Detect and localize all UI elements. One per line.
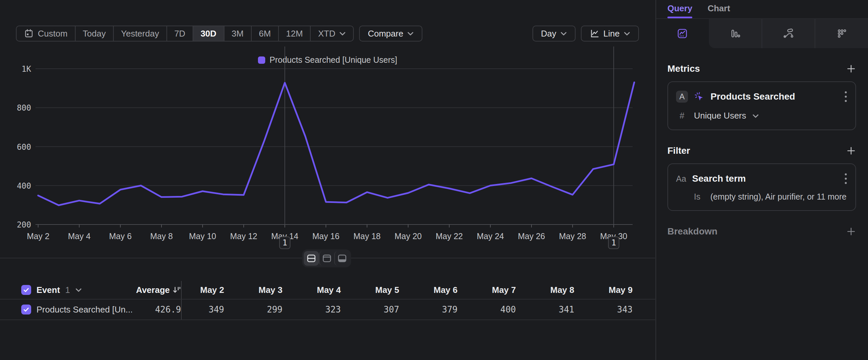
svg-text:May 2: May 2 bbox=[27, 231, 50, 241]
line-chart-icon bbox=[589, 29, 599, 38]
report-main-area: CustomTodayYesterday7D30D3M6M12MXTD Comp… bbox=[0, 0, 655, 360]
svg-text:1K: 1K bbox=[22, 64, 31, 74]
string-property-icon: Aa bbox=[676, 174, 686, 184]
insights-tab[interactable] bbox=[656, 19, 709, 48]
filter-card[interactable]: Aa Search term Is (empty string), Air pu… bbox=[668, 163, 856, 211]
annotation-badge[interactable]: 1 bbox=[279, 237, 290, 249]
add-filter-button[interactable] bbox=[846, 146, 856, 156]
value-cell: 341 bbox=[532, 305, 590, 314]
column-header-may-4[interactable]: May 4 bbox=[299, 285, 357, 295]
svg-text:May 22: May 22 bbox=[436, 231, 463, 241]
column-header-may-2[interactable]: May 2 bbox=[182, 285, 240, 295]
range-label: 12M bbox=[286, 29, 303, 39]
range-button-today[interactable]: Today bbox=[75, 26, 113, 41]
report-type-tabs bbox=[656, 19, 868, 48]
filter-section-header: Filter bbox=[656, 145, 868, 156]
range-button-custom[interactable]: Custom bbox=[17, 26, 75, 41]
click-event-icon bbox=[694, 91, 705, 102]
row-checkbox[interactable] bbox=[21, 285, 31, 295]
sidebar-tabs: QueryChart bbox=[656, 0, 868, 19]
chart-only-button[interactable] bbox=[319, 251, 334, 266]
sidebar-tab-query[interactable]: Query bbox=[668, 3, 692, 18]
metric-options-menu[interactable] bbox=[844, 90, 847, 103]
value-cell: 307 bbox=[357, 305, 415, 314]
chevron-down-icon bbox=[624, 31, 630, 36]
svg-text:May 26: May 26 bbox=[518, 231, 545, 241]
svg-text:200: 200 bbox=[17, 220, 31, 229]
svg-text:600: 600 bbox=[17, 142, 31, 152]
table-row[interactable]: Products Searched [Un...426.934929932330… bbox=[0, 300, 655, 320]
range-button-3m[interactable]: 3M bbox=[224, 26, 251, 41]
range-label: XTD bbox=[318, 29, 335, 39]
range-label: Yesterday bbox=[121, 29, 159, 39]
breakdown-heading: Breakdown bbox=[668, 226, 717, 237]
svg-text:May 24: May 24 bbox=[477, 231, 504, 241]
add-metric-button[interactable] bbox=[846, 64, 856, 74]
filter-property-name: Search term bbox=[692, 173, 838, 184]
split-view-button[interactable] bbox=[304, 251, 319, 266]
chevron-down-icon bbox=[407, 31, 414, 36]
row-checkbox[interactable] bbox=[21, 305, 31, 314]
sidebar-tab-chart[interactable]: Chart bbox=[708, 3, 730, 18]
add-breakdown-button[interactable] bbox=[846, 226, 856, 237]
metrics-section-header: Metrics bbox=[656, 63, 868, 74]
range-button-7d[interactable]: 7D bbox=[166, 26, 193, 41]
svg-text:400: 400 bbox=[17, 181, 31, 191]
filter-operator: Is bbox=[694, 192, 700, 201]
range-button-yesterday[interactable]: Yesterday bbox=[113, 26, 166, 41]
filter-options-menu[interactable] bbox=[844, 172, 847, 185]
measure-label: Unique Users bbox=[694, 111, 746, 121]
svg-text:May 12: May 12 bbox=[230, 231, 257, 241]
range-label: Custom bbox=[38, 29, 68, 39]
annotation-badge[interactable]: 1 bbox=[608, 237, 619, 249]
range-button-30d[interactable]: 30D bbox=[193, 26, 224, 41]
range-button-xtd[interactable]: XTD bbox=[310, 26, 353, 41]
flows-tab[interactable] bbox=[762, 19, 815, 48]
range-label: 6M bbox=[259, 29, 271, 39]
filter-condition-row[interactable]: Is (empty string), Air purifier, or 11 m… bbox=[676, 192, 847, 201]
series-name-cell: Products Searched [Un... bbox=[21, 305, 132, 315]
event-header-cell[interactable]: Event1 bbox=[21, 285, 132, 295]
metric-letter-badge: A bbox=[676, 91, 688, 103]
apps-grid-icon bbox=[836, 28, 847, 39]
value-cell: 323 bbox=[299, 305, 357, 314]
column-header-may-7[interactable]: May 7 bbox=[473, 285, 532, 295]
event-label: Event bbox=[36, 285, 60, 295]
column-header-may-9[interactable]: May 9 bbox=[590, 285, 649, 295]
metric-event-name: Products Searched bbox=[711, 91, 838, 102]
metric-card[interactable]: A Products Searched # Unique Users bbox=[668, 81, 856, 130]
chevron-down-icon bbox=[75, 287, 82, 292]
metric-measure-row[interactable]: # Unique Users bbox=[676, 111, 847, 121]
average-header-cell[interactable]: Average bbox=[132, 281, 182, 299]
svg-text:May 6: May 6 bbox=[109, 231, 132, 241]
average-value-cell: 426.9 bbox=[132, 300, 182, 320]
range-label: Today bbox=[83, 29, 106, 39]
report-toolbar: CustomTodayYesterday7D30D3M6M12MXTD Comp… bbox=[16, 26, 639, 41]
range-button-6m[interactable]: 6M bbox=[251, 26, 278, 41]
granularity-label: Day bbox=[541, 29, 556, 39]
column-header-may-3[interactable]: May 3 bbox=[240, 285, 299, 295]
compare-button[interactable]: Compare bbox=[359, 26, 423, 41]
filter-values: (empty string), Air purifier, or 11 more bbox=[710, 192, 846, 201]
column-header-may-8[interactable]: May 8 bbox=[532, 285, 590, 295]
chart-type-label: Line bbox=[603, 29, 620, 39]
column-header-may-6[interactable]: May 6 bbox=[415, 285, 473, 295]
breakdown-section-header: Breakdown bbox=[656, 226, 868, 237]
range-label: 3M bbox=[232, 29, 244, 39]
column-header-may-5[interactable]: May 5 bbox=[357, 285, 415, 295]
svg-text:May 20: May 20 bbox=[395, 231, 422, 241]
funnels-tab[interactable] bbox=[709, 19, 762, 48]
compare-label: Compare bbox=[368, 29, 403, 39]
range-button-12m[interactable]: 12M bbox=[278, 26, 310, 41]
insights-report-app: CustomTodayYesterday7D30D3M6M12MXTD Comp… bbox=[0, 0, 868, 360]
table-header-row: Event1AverageMay 2May 3May 4May 5May 6Ma… bbox=[0, 281, 655, 300]
calendar-icon bbox=[24, 29, 34, 38]
table-only-button[interactable] bbox=[334, 251, 349, 266]
chart-type-button[interactable]: Line bbox=[581, 26, 639, 41]
line-chart[interactable]: 2004006008001KMay 2May 4May 6May 8May 10… bbox=[0, 47, 655, 254]
filter-card-row: Aa Search term bbox=[676, 172, 847, 185]
metrics-heading: Metrics bbox=[668, 63, 700, 74]
apps-grid-tab[interactable] bbox=[815, 19, 868, 48]
granularity-button[interactable]: Day bbox=[532, 26, 576, 41]
value-cell: 400 bbox=[473, 305, 532, 314]
